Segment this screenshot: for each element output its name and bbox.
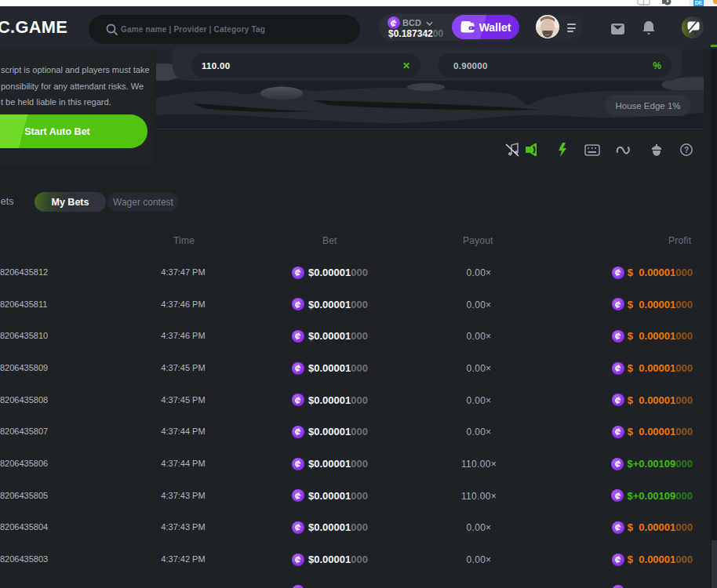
svg-text:?: ? bbox=[684, 146, 689, 154]
